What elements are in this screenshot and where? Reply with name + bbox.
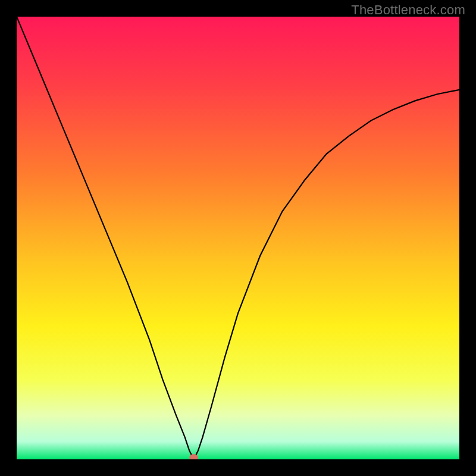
watermark-label: TheBottleneck.com	[351, 2, 465, 18]
gradient-background	[17, 17, 459, 459]
chart-frame: TheBottleneck.com	[0, 0, 476, 476]
plot-area	[17, 17, 459, 459]
chart-svg	[17, 17, 459, 459]
